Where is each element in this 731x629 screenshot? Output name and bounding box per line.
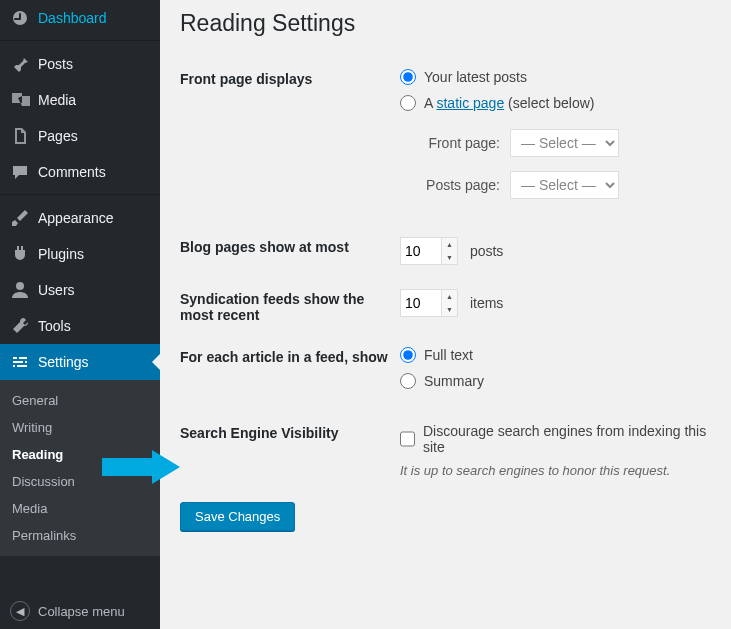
sidebar-item-media[interactable]: Media <box>0 82 160 118</box>
front-page-select[interactable]: — Select — <box>510 129 619 157</box>
sidebar-item-appearance[interactable]: Appearance <box>0 200 160 236</box>
checkbox-discourage-label: Discourage search engines from indexing … <box>423 423 711 455</box>
page-title: Reading Settings <box>180 10 711 37</box>
radio-full-text[interactable]: Full text <box>400 347 711 363</box>
submenu-item-general[interactable]: General <box>0 387 160 414</box>
posts-page-select[interactable]: — Select — <box>510 171 619 199</box>
dashboard-icon <box>10 8 30 28</box>
settings-submenu: General Writing Reading Discussion Media… <box>0 380 160 556</box>
checkbox-discourage-input[interactable] <box>400 431 415 447</box>
sidebar-item-users[interactable]: Users <box>0 272 160 308</box>
radio-static-page-input[interactable] <box>400 95 416 111</box>
pages-icon <box>10 126 30 146</box>
syndication-unit: items <box>470 295 503 311</box>
brush-icon <box>10 208 30 228</box>
radio-full-text-label: Full text <box>424 347 473 363</box>
sidebar-item-pages[interactable]: Pages <box>0 118 160 154</box>
label-feed-article: For each article in a feed, show <box>180 347 400 365</box>
sidebar-item-label: Users <box>38 282 75 298</box>
submenu-item-discussion[interactable]: Discussion <box>0 468 160 495</box>
blog-pages-spinner: ▲ ▼ <box>442 237 458 265</box>
save-button[interactable]: Save Changes <box>180 502 295 531</box>
radio-full-text-input[interactable] <box>400 347 416 363</box>
row-feed-article: For each article in a feed, show Full te… <box>180 335 711 411</box>
row-search-visibility: Search Engine Visibility Discourage sear… <box>180 411 711 490</box>
svg-point-0 <box>16 282 24 290</box>
sidebar-item-label: Posts <box>38 56 73 72</box>
blog-pages-unit: posts <box>470 243 503 259</box>
label-search-visibility: Search Engine Visibility <box>180 423 400 441</box>
label-blog-pages: Blog pages show at most <box>180 237 400 255</box>
user-icon <box>10 280 30 300</box>
radio-summary[interactable]: Summary <box>400 373 711 389</box>
row-blog-pages: Blog pages show at most ▲ ▼ posts <box>180 225 711 277</box>
syndication-input[interactable] <box>400 289 442 317</box>
sidebar-item-label: Comments <box>38 164 106 180</box>
sidebar-item-settings[interactable]: Settings <box>0 344 160 380</box>
main-content: Reading Settings Front page displays You… <box>160 0 731 629</box>
spinner-down-button[interactable]: ▼ <box>442 303 457 316</box>
row-front-page-displays: Front page displays Your latest posts A … <box>180 57 711 225</box>
sidebar-item-label: Tools <box>38 318 71 334</box>
menu-separator <box>0 36 160 41</box>
search-visibility-desc: It is up to search engines to honor this… <box>400 463 711 478</box>
pin-icon <box>10 54 30 74</box>
radio-latest-posts[interactable]: Your latest posts <box>400 69 711 85</box>
sidebar-item-label: Appearance <box>38 210 114 226</box>
sidebar-item-posts[interactable]: Posts <box>0 46 160 82</box>
collapse-label: Collapse menu <box>38 604 125 619</box>
static-prefix: A <box>424 95 436 111</box>
plug-icon <box>10 244 30 264</box>
radio-latest-posts-label: Your latest posts <box>424 69 527 85</box>
static-suffix: (select below) <box>504 95 594 111</box>
spinner-up-button[interactable]: ▲ <box>442 290 457 303</box>
collapse-menu-button[interactable]: ◀ Collapse menu <box>0 593 160 629</box>
radio-summary-label: Summary <box>424 373 484 389</box>
sidebar-item-label: Settings <box>38 354 89 370</box>
sidebar-item-label: Media <box>38 92 76 108</box>
static-page-link[interactable]: static page <box>436 95 504 111</box>
sidebar-item-comments[interactable]: Comments <box>0 154 160 190</box>
sliders-icon <box>10 352 30 372</box>
sidebar-item-label: Pages <box>38 128 78 144</box>
menu-separator <box>0 190 160 195</box>
submenu-item-media[interactable]: Media <box>0 495 160 522</box>
submenu-item-permalinks[interactable]: Permalinks <box>0 522 160 549</box>
label-syndication: Syndication feeds show the most recent <box>180 289 400 323</box>
spinner-down-button[interactable]: ▼ <box>442 251 457 264</box>
sidebar-item-tools[interactable]: Tools <box>0 308 160 344</box>
posts-page-select-label: Posts page: <box>400 177 500 193</box>
wrench-icon <box>10 316 30 336</box>
sidebar-item-plugins[interactable]: Plugins <box>0 236 160 272</box>
spinner-up-button[interactable]: ▲ <box>442 238 457 251</box>
row-syndication: Syndication feeds show the most recent ▲… <box>180 277 711 335</box>
submenu-item-reading[interactable]: Reading <box>0 441 160 468</box>
media-icon <box>10 90 30 110</box>
admin-sidebar: Dashboard Posts Media Pages Comments <box>0 0 160 629</box>
radio-latest-posts-input[interactable] <box>400 69 416 85</box>
checkbox-discourage[interactable]: Discourage search engines from indexing … <box>400 423 711 455</box>
blog-pages-input[interactable] <box>400 237 442 265</box>
submenu-item-writing[interactable]: Writing <box>0 414 160 441</box>
collapse-icon: ◀ <box>10 601 30 621</box>
sidebar-item-dashboard[interactable]: Dashboard <box>0 0 160 36</box>
sidebar-item-label: Plugins <box>38 246 84 262</box>
radio-summary-input[interactable] <box>400 373 416 389</box>
syndication-spinner: ▲ ▼ <box>442 289 458 317</box>
front-page-select-label: Front page: <box>400 135 500 151</box>
sidebar-item-label: Dashboard <box>38 10 107 26</box>
comment-icon <box>10 162 30 182</box>
radio-static-page[interactable]: A static page (select below) <box>400 95 711 111</box>
label-front-page: Front page displays <box>180 69 400 87</box>
